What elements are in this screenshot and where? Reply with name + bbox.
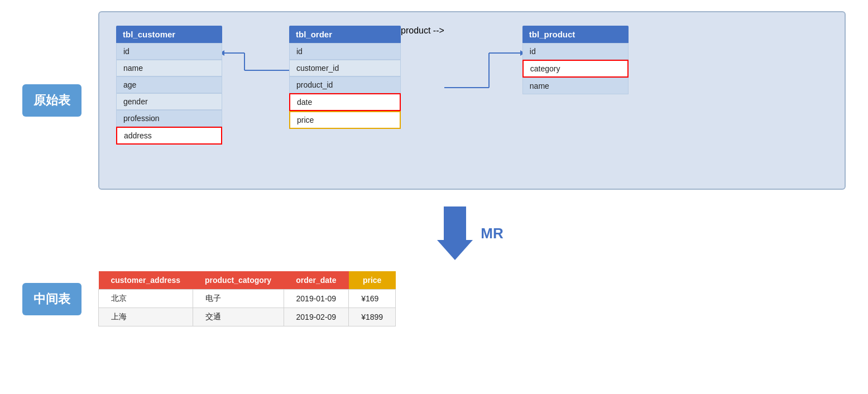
- customer-field-age: age: [116, 76, 222, 93]
- connector-order-product: [444, 26, 522, 145]
- order-field-date: date: [289, 93, 401, 111]
- customer-field-address: address: [116, 127, 222, 145]
- arrow-shaft: [444, 206, 466, 240]
- row2-category: 交通: [193, 308, 284, 326]
- tbl-product-header: tbl_product: [522, 26, 629, 43]
- row1-address: 北京: [99, 290, 193, 308]
- tbl-order: tbl_order id customer_id product_id date…: [289, 26, 401, 129]
- arrow-head: [437, 240, 473, 260]
- row2-date: 2019-02-09: [284, 308, 349, 326]
- arrow-order-product: [444, 26, 522, 145]
- tbl-customer-header: tbl_customer: [116, 26, 222, 43]
- row2-price: ¥1899: [349, 308, 396, 326]
- col-order-date: order_date: [284, 271, 349, 290]
- row1-category: 电子: [193, 290, 284, 308]
- result-row-2: 上海 交通 2019-02-09 ¥1899: [99, 308, 396, 326]
- product-field-id: id: [522, 43, 629, 60]
- customer-field-id: id: [116, 43, 222, 60]
- order-field-product-id: product_id: [289, 76, 401, 93]
- customer-field-gender: gender: [116, 93, 222, 110]
- mr-label: MR: [481, 225, 503, 242]
- diagram-area: tbl_customer id name age gender professi…: [98, 11, 846, 190]
- top-section: 原始表 tbl_customer id name age gender prof…: [22, 11, 846, 190]
- row2-address: 上海: [99, 308, 193, 326]
- col-product-catogory: product_catogory: [193, 271, 284, 290]
- col-price: price: [349, 271, 396, 290]
- row1-date: 2019-01-09: [284, 290, 349, 308]
- col-customer-address: customer_address: [99, 271, 193, 290]
- tbl-order-header: tbl_order: [289, 26, 401, 43]
- arrow-down: [437, 206, 473, 260]
- arrow-customer-order: [222, 26, 289, 145]
- product-field-name: name: [522, 78, 629, 94]
- connector-customer-order: [222, 26, 289, 145]
- customer-field-name: name: [116, 60, 222, 76]
- bottom-section: 中间表 customer_address product_catogory or…: [22, 271, 846, 326]
- intermediate-table-label: 中间表: [22, 283, 81, 315]
- product-field-category: category: [522, 60, 629, 78]
- tbl-product: tbl_product id category name: [522, 26, 629, 94]
- row1-price: ¥169: [349, 290, 396, 308]
- original-table-label: 原始表: [22, 84, 81, 117]
- customer-field-profession: profession: [116, 110, 222, 127]
- order-field-id: id: [289, 43, 401, 60]
- tbl-customer: tbl_customer id name age gender professi…: [116, 26, 222, 145]
- tables-container: tbl_customer id name age gender professi…: [116, 26, 828, 145]
- result-table: customer_address product_catogory order_…: [98, 271, 396, 326]
- order-field-customer-id: customer_id: [289, 60, 401, 76]
- result-row-1: 北京 电子 2019-01-09 ¥169: [99, 290, 396, 308]
- middle-section: MR: [22, 206, 846, 260]
- order-field-price: price: [289, 111, 401, 129]
